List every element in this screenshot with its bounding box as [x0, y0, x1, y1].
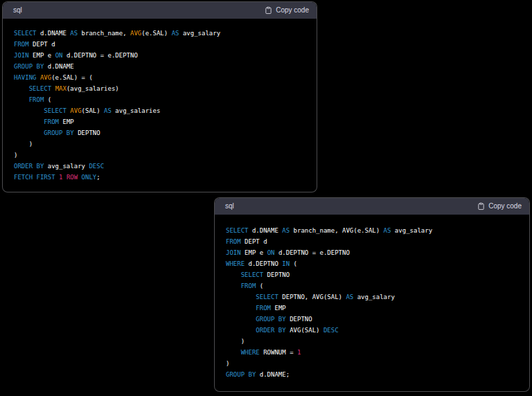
copy-code-button[interactable]: Copy code — [477, 202, 522, 210]
code-line: FROM EMP — [14, 116, 305, 127]
code-token-keyword: JOIN — [226, 249, 241, 256]
code-token-builtin: MAX — [55, 85, 66, 92]
code-token-keyword: WHERE — [226, 260, 245, 267]
code-token-builtin: AVG — [40, 74, 51, 81]
code-token-plain: ) — [226, 360, 229, 367]
code-token-plain: EMP e — [241, 249, 267, 256]
code-token-keyword: ON — [267, 249, 275, 256]
code-language-label: sql — [13, 7, 22, 14]
code-token-plain: (avg_salaries) — [66, 85, 119, 92]
code-line: ) — [14, 150, 305, 161]
code-line: JOIN EMP e ON d.DEPTNO = e.DEPTNO — [226, 247, 518, 258]
code-token-keyword: AS — [70, 30, 78, 37]
code-token-keyword: IN — [282, 260, 290, 267]
code-token-plain: ( — [290, 260, 297, 267]
code-token-plain: DEPT d — [241, 238, 267, 245]
code-token-plain: d.DNAME — [249, 227, 283, 234]
code-token-plain — [14, 118, 44, 125]
code-line: FROM EMP — [226, 303, 518, 314]
code-token-plain — [226, 271, 241, 278]
code-token-plain: (e.SAL) — [141, 30, 171, 37]
code-token-plain: EMP — [271, 305, 286, 312]
code-token-plain: EMP e — [29, 52, 55, 59]
code-line: SELECT DEPTNO — [226, 269, 518, 280]
code-token-plain: DEPTNO — [286, 316, 312, 323]
code-line: FROM DEPT d — [14, 39, 305, 50]
code-token-plain: avg_salary — [391, 227, 432, 234]
code-token-plain — [226, 349, 241, 356]
code-token-keyword: JOIN — [14, 52, 29, 59]
code-token-keyword: AS — [346, 294, 353, 300]
code-token-keyword: ON — [55, 52, 63, 59]
code-token-plain: ROWNUM = — [260, 349, 297, 356]
code-token-keyword: GROUP BY — [14, 63, 44, 70]
code-token-keyword: ORDER BY — [256, 327, 285, 334]
code-token-plain: (e.SAL) = ( — [51, 74, 93, 81]
code-token-keyword: FROM — [29, 96, 44, 103]
code-token-keyword: FROM — [226, 238, 241, 245]
copy-code-label: Copy code — [276, 7, 309, 14]
code-token-keyword: SELECT — [256, 294, 278, 300]
code-token-keyword: FROM — [256, 305, 271, 312]
copy-code-label: Copy code — [488, 203, 522, 210]
code-token-plain: d.DNAME; — [256, 371, 290, 378]
code-token-plain: (SAL) — [82, 107, 105, 114]
code-token-keyword: FROM — [44, 118, 59, 125]
code-line: FROM ( — [14, 94, 305, 105]
sql-code-block-2: sql Copy code SELECT d.DNAME AS branch_n… — [214, 197, 530, 392]
code-token-plain: DEPT d — [29, 41, 55, 48]
code-token-plain: avg_salary — [353, 294, 395, 300]
code-line: ) — [14, 138, 305, 150]
code-token-keyword: FETCH FIRST — [14, 174, 55, 181]
code-token-number: ROW — [66, 174, 78, 181]
code-line: ) — [226, 358, 518, 369]
copy-code-button[interactable]: Copy code — [265, 6, 309, 15]
code-content: SELECT d.DNAME AS branch_name, AVG(e.SAL… — [3, 19, 317, 192]
code-token-plain — [14, 85, 29, 92]
code-token-plain — [226, 294, 256, 300]
code-line: JOIN EMP e ON d.DEPTNO = e.DEPTNO — [14, 50, 305, 61]
code-token-keyword: ORDER BY — [14, 163, 44, 170]
code-token-keyword: GROUP BY — [256, 316, 285, 323]
code-token-plain: d.DEPTNO = e.DEPTNO — [62, 52, 137, 59]
code-token-keyword: GROUP BY — [226, 371, 256, 378]
code-token-keyword: DESC — [89, 163, 104, 170]
code-token-plain: ) — [14, 141, 33, 147]
code-token-keyword: SELECT — [44, 107, 66, 114]
code-token-plain: d.DNAME — [44, 63, 73, 70]
code-token-keyword: SELECT — [14, 30, 37, 37]
code-line: GROUP BY DEPTNO — [226, 314, 518, 325]
code-line: GROUP BY d.DNAME; — [226, 369, 518, 380]
code-token-plain: d.DEPTNO = e.DEPTNO — [274, 249, 349, 256]
code-token-keyword: GROUP BY — [44, 129, 73, 136]
code-token-plain: DEPTNO — [263, 271, 290, 278]
code-token-plain: EMP — [59, 118, 74, 125]
code-token-keyword: AS — [282, 227, 290, 234]
clipboard-icon — [477, 202, 485, 210]
code-line: HAVING AVG(e.SAL) = ( — [14, 72, 305, 83]
code-token-keyword: SELECT — [226, 227, 249, 234]
code-token-plain: avg_salary — [179, 30, 220, 37]
code-token-plain: DEPTNO — [74, 129, 100, 136]
code-token-plain: d.DNAME — [37, 30, 71, 37]
code-line: SELECT d.DNAME AS branch_name, AVG(e.SAL… — [14, 28, 305, 39]
code-content: SELECT d.DNAME AS branch_name, AVG(e.SAL… — [215, 215, 529, 389]
code-token-keyword: SELECT — [241, 271, 264, 278]
chat-code-screenshot: sql Copy code SELECT d.DNAME AS branch_n… — [0, 0, 532, 396]
code-token-plain: ; — [96, 174, 100, 181]
code-token-plain: DEPTNO, AVG(SAL) — [278, 294, 346, 300]
code-token-plain — [226, 316, 256, 323]
code-line: GROUP BY d.DNAME — [14, 61, 305, 72]
code-token-keyword: DESC — [323, 327, 339, 334]
code-line: SELECT DEPTNO, AVG(SAL) AS avg_salary — [226, 291, 518, 303]
code-line: SELECT d.DNAME AS branch_name, AVG(e.SAL… — [226, 225, 518, 236]
code-token-plain: avg_salary — [44, 163, 89, 170]
code-token-keyword: ONLY — [82, 174, 97, 181]
code-line: WHERE ROWNUM = 1 — [226, 347, 518, 358]
code-line: FROM DEPT d — [226, 236, 518, 247]
code-token-plain: branch_name, AVG(e.SAL) — [290, 227, 383, 234]
clipboard-icon — [265, 6, 272, 15]
code-token-plain: ) — [226, 338, 245, 345]
code-token-keyword: AS — [172, 30, 179, 37]
code-token-keyword: SELECT — [29, 85, 52, 92]
